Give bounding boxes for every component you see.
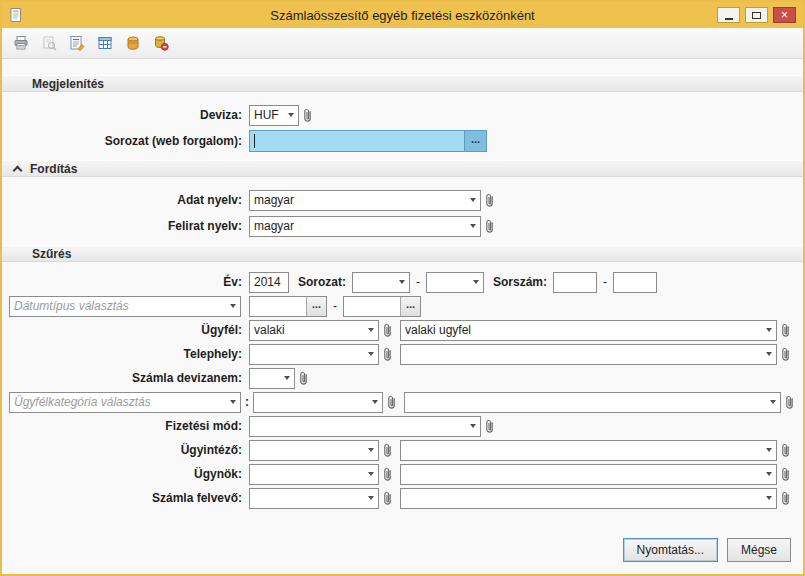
chevron-down-icon (363, 448, 378, 452)
group-filter: Év: Sorozat: - Sorszám: - Dátumtípus vál… (2, 262, 803, 510)
combo-placeholder: Dátumtípus választás (10, 299, 225, 313)
ellipsis-button[interactable]: ... (400, 297, 420, 316)
combo-value: valaki (250, 323, 363, 337)
print-icon[interactable] (9, 32, 32, 55)
combo-placeholder: Ügyfélkategória választás (10, 395, 225, 409)
range-dash: - (416, 275, 420, 289)
szamla-felvevo-nev-combo[interactable] (400, 488, 777, 509)
combo-value: valaki ugyfel (401, 323, 761, 337)
felirat-nyelv-label: Felirat nyelv: (2, 219, 249, 233)
sorszam-to-input[interactable] (613, 272, 657, 293)
section-filter-title: Szűrés (32, 247, 71, 261)
paperclip-icon[interactable] (777, 464, 794, 485)
print-preview-icon (37, 32, 60, 55)
szamla-felvevo-combo[interactable] (249, 488, 379, 509)
cancel-button[interactable]: Mégse (727, 538, 791, 562)
form-row-ugyfelkategoria: Ügyfélkategória választás : (2, 390, 803, 414)
fizetesi-mod-combo[interactable] (249, 416, 481, 437)
adat-nyelv-combo[interactable]: magyar (249, 190, 481, 211)
group-display: Deviza: HUF Sorozat (web forgalom): ... (2, 92, 803, 154)
kategoria-nev-combo[interactable] (404, 392, 781, 413)
table-icon[interactable] (93, 32, 116, 55)
ellipsis-button[interactable]: ... (306, 297, 326, 316)
paperclip-icon[interactable] (379, 464, 396, 485)
deviza-combo[interactable]: HUF (249, 105, 299, 126)
date-from-field[interactable]: ... (249, 296, 327, 317)
chevron-down-icon (279, 376, 294, 380)
maximize-glyph (752, 12, 761, 19)
ugyfelkategoria-combo[interactable]: Ügyfélkategória választás (9, 392, 241, 413)
maximize-icon[interactable] (745, 7, 768, 23)
paperclip-icon[interactable] (379, 440, 396, 461)
database-remove-icon[interactable] (149, 32, 172, 55)
ugyfel-combo[interactable]: valaki (249, 320, 379, 341)
paperclip-icon[interactable] (379, 344, 396, 365)
chevron-down-icon (761, 352, 776, 356)
form-row-ev-sorozat-sorszam: Év: Sorozat: - Sorszám: - (2, 270, 803, 294)
chevron-down-icon (283, 113, 298, 117)
paperclip-icon[interactable] (379, 488, 396, 509)
sorszam-label: Sorszám: (493, 275, 547, 289)
paperclip-icon[interactable] (777, 440, 794, 461)
sorozat-to-combo[interactable] (426, 272, 484, 293)
chevron-down-icon (465, 424, 480, 428)
ugyintezo-combo[interactable] (249, 440, 379, 461)
paperclip-icon[interactable] (781, 392, 798, 413)
section-header-filter[interactable]: Szűrés (2, 245, 803, 262)
paperclip-icon[interactable] (379, 320, 396, 341)
paperclip-icon[interactable] (481, 416, 498, 437)
section-header-translation[interactable]: Fordítás (2, 160, 803, 177)
titlebar[interactable]: Számlaösszesítő egyéb fizetési eszközönk… (2, 2, 803, 28)
ugyintezo-label: Ügyintéző: (2, 443, 249, 457)
date-to-input[interactable] (344, 297, 400, 316)
paperclip-icon[interactable] (481, 190, 498, 211)
paperclip-icon[interactable] (295, 368, 312, 389)
chevron-down-icon (468, 280, 483, 284)
paperclip-icon[interactable] (777, 488, 794, 509)
chevron-up-icon (13, 166, 23, 176)
close-icon[interactable]: × (773, 7, 796, 23)
chevron-down-icon (225, 400, 240, 404)
form-row-datumtipus: Dátumtípus választás ... - ... (2, 294, 803, 318)
ugynok-nev-combo[interactable] (400, 464, 777, 485)
paperclip-icon[interactable] (777, 320, 794, 341)
deviza-label: Deviza: (2, 108, 249, 122)
report-edit-icon[interactable] (65, 32, 88, 55)
felirat-nyelv-combo[interactable]: magyar (249, 216, 481, 237)
text-caret (254, 134, 255, 148)
date-to-field[interactable]: ... (343, 296, 421, 317)
form-row-ugyintezo: Ügyintéző: (2, 438, 803, 462)
ugyintezo-nev-combo[interactable] (400, 440, 777, 461)
dialog-window: Számlaösszesítő egyéb fizetési eszközönk… (0, 0, 805, 576)
ellipsis-button[interactable]: ... (464, 131, 486, 151)
ev-label: Év: (2, 275, 249, 289)
paperclip-icon[interactable] (383, 392, 400, 413)
print-button[interactable]: Nyomtatás... (623, 538, 718, 562)
devizanem-combo[interactable] (249, 368, 295, 389)
section-header-display[interactable]: Megjelenítés (2, 75, 803, 92)
ugynok-combo[interactable] (249, 464, 379, 485)
database-export-icon[interactable] (121, 32, 144, 55)
minimize-icon[interactable] (717, 7, 740, 23)
telephely-nev-combo[interactable] (400, 344, 777, 365)
chevron-down-icon (363, 496, 378, 500)
telephely-combo[interactable] (249, 344, 379, 365)
combo-value: magyar (250, 219, 465, 233)
sorozat-web-field[interactable]: ... (249, 130, 487, 152)
date-from-input[interactable] (250, 297, 306, 316)
sorozat-from-combo[interactable] (352, 272, 410, 293)
content-top-spacer (2, 59, 803, 75)
sorozat-web-label: Sorozat (web forgalom): (2, 134, 249, 148)
ugyfel-nev-combo[interactable]: valaki ugyfel (400, 320, 777, 341)
kategoria-ertek-combo[interactable] (253, 392, 383, 413)
paperclip-icon[interactable] (299, 105, 316, 126)
chevron-down-icon (225, 304, 240, 308)
ugyfel-label: Ügyfél: (2, 323, 249, 337)
sorszam-from-input[interactable] (553, 272, 597, 293)
paperclip-icon[interactable] (481, 216, 498, 237)
chevron-down-icon (363, 472, 378, 476)
sorozat-label: Sorozat: (298, 275, 346, 289)
paperclip-icon[interactable] (777, 344, 794, 365)
ev-input[interactable] (249, 272, 289, 293)
datumtipus-combo[interactable]: Dátumtípus választás (9, 296, 241, 317)
